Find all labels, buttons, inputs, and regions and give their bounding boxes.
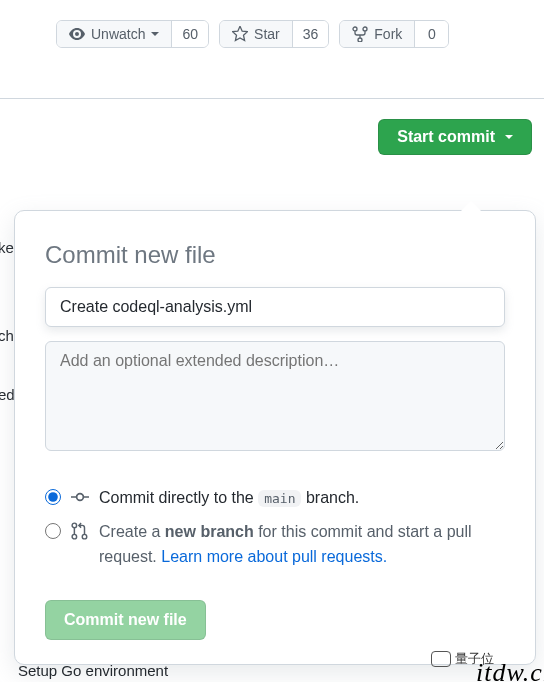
watch-count[interactable]: 60 — [171, 21, 208, 47]
fork-group: Fork 0 — [339, 20, 449, 48]
commit-message-input[interactable] — [45, 287, 505, 327]
star-group: Star 36 — [219, 20, 329, 48]
radio-new-branch[interactable]: Create a new branch for this commit and … — [45, 515, 505, 574]
radio-direct-label: Commit directly to the main branch. — [99, 485, 505, 511]
commit-description-textarea[interactable] — [45, 341, 505, 451]
radio-commit-direct-input[interactable] — [45, 489, 61, 505]
branch-badge: main — [258, 490, 301, 507]
popover-title: Commit new file — [45, 241, 505, 269]
star-count[interactable]: 36 — [292, 21, 329, 47]
unwatch-label: Unwatch — [91, 26, 145, 42]
fork-button[interactable]: Fork — [340, 21, 414, 47]
svg-point-0 — [77, 494, 84, 501]
obscured-text: ch — [0, 327, 14, 344]
fork-icon — [352, 26, 368, 42]
radio-commit-direct[interactable]: Commit directly to the main branch. — [45, 481, 505, 515]
learn-more-link[interactable]: Learn more about pull requests. — [161, 548, 387, 565]
git-commit-icon — [71, 488, 89, 506]
obscured-workflow-name: Setup Go environment — [18, 662, 168, 679]
star-button[interactable]: Star — [220, 21, 292, 47]
obscured-text: ed — [0, 386, 15, 403]
start-commit-label: Start commit — [397, 128, 495, 146]
svg-point-2 — [72, 534, 77, 539]
obscured-text: ke — [0, 239, 14, 256]
fork-count[interactable]: 0 — [414, 21, 448, 47]
unwatch-button[interactable]: Unwatch — [57, 21, 171, 47]
radio-new-branch-label: Create a new branch for this commit and … — [99, 519, 505, 570]
caret-down-icon — [151, 32, 159, 36]
repo-action-buttons: Unwatch 60 Star 36 Fork 0 — [0, 0, 544, 99]
commit-new-file-button[interactable]: Commit new file — [45, 600, 206, 640]
git-pull-request-icon — [71, 522, 89, 540]
radio-new-branch-input[interactable] — [45, 523, 61, 539]
svg-point-1 — [72, 523, 77, 528]
start-commit-button[interactable]: Start commit — [378, 119, 532, 155]
caret-down-icon — [505, 135, 513, 139]
eye-icon — [69, 26, 85, 42]
star-icon — [232, 26, 248, 42]
watch-group: Unwatch 60 — [56, 20, 209, 48]
fork-label: Fork — [374, 26, 402, 42]
svg-point-3 — [82, 534, 87, 539]
commit-target-radiogroup: Commit directly to the main branch. Crea… — [45, 481, 505, 574]
watermark-url: itdw.cr — [476, 658, 544, 682]
commit-popover: Commit new file Commit directly to the m… — [14, 210, 536, 665]
star-label: Star — [254, 26, 280, 42]
